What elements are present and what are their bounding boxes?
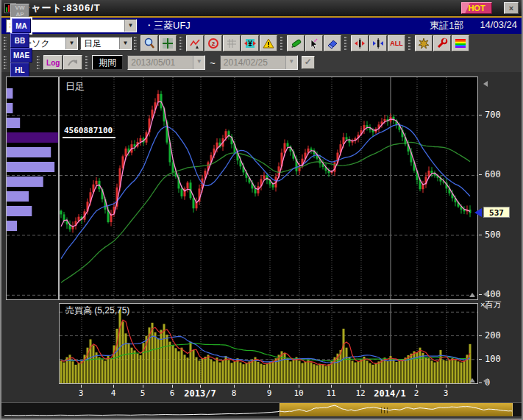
search-icon [143,38,155,49]
range-tilde: ~ [210,57,216,68]
price-chart-pane[interactable]: 日足 4560887100 [59,76,478,300]
x-axis-label: 12 [355,388,365,398]
trendline-button[interactable] [186,35,204,51]
timeframe-value[interactable]: 日足 [81,38,119,49]
x-axis-label: 6 [170,388,175,398]
date-from-combo[interactable]: 2013/05/01 ▼ [127,55,205,70]
quote-bar: 8306 ▼ ・三菱UFJ 東証1部 14/03/24 [1,18,523,34]
date-to-combo[interactable]: 2014/02/25 ▼ [220,55,298,70]
pane-resize-icon[interactable] [469,378,475,382]
cursor-icon [308,38,320,49]
timeline-navigator[interactable] [1,402,523,416]
x-tick-mark [172,385,173,388]
star-tool-button[interactable] [415,35,433,51]
x-tick-mark [299,385,299,388]
x-tick-mark [416,385,417,388]
yen-icon: ¥ [244,38,256,49]
pane-scroll-icon[interactable] [483,304,488,310]
toolbar-grip[interactable] [179,37,182,50]
shrink-bars-button[interactable] [369,35,387,51]
price-tick-mark [479,174,482,175]
toolbar-grip[interactable] [85,56,88,69]
title-bar: チャート:8306/T HOT × [1,0,523,16]
toolbar-grip[interactable] [4,37,7,50]
indicator-button-vwap[interactable]: VWAP [10,4,29,18]
jump-button[interactable] [63,55,82,70]
pane-scroll-icon[interactable] [483,81,488,87]
svg-text:2: 2 [212,40,216,47]
x-axis-label: 2014/1 [374,388,405,399]
indicator-button-mae[interactable]: MAE [10,48,32,63]
chevron-down-icon[interactable]: ▼ [285,56,297,69]
toolbar-grip[interactable] [37,56,40,69]
x-axis-label: 8 [232,388,237,398]
toolbar-main: ローソク ▼ 日足 ▼ 2 ¥ [1,34,523,53]
select-cursor-button[interactable] [305,35,323,51]
volume-pane-label: 売買高 (5,25,75) [65,305,129,317]
chart-window: チャート:8306/T HOT × 8306 ▼ ・三菱UFJ 東証1部 14/… [0,0,523,420]
volume-profile-pane [6,76,59,300]
x-axis-label: 9 [267,388,272,398]
screen-2-button[interactable]: 2 [204,35,222,51]
x-tick-mark [360,385,361,388]
navigator-line-chart [1,403,523,417]
volume-profile-chart [7,77,58,299]
hot-button-label: HOT [468,4,485,13]
timeframe-combo[interactable]: 日足 ▼ [80,37,132,50]
range-checkbox[interactable]: ✓ [302,56,315,69]
zoom-button[interactable] [140,35,158,51]
x-axis-label: 10 [293,388,303,398]
alert-button[interactable] [260,35,277,51]
indicator-button-hl[interactable]: HL [10,63,29,77]
x-axis-label: 11 [326,388,335,398]
draw-pen-button[interactable] [287,35,305,51]
chevron-down-icon[interactable]: ▼ [65,38,77,49]
chevron-down-icon[interactable]: ▼ [193,56,204,69]
x-tick-mark [200,385,201,388]
x-axis: 34562013/7891011122014/123 [59,385,478,401]
expand-bars-button[interactable] [351,35,369,51]
log-label: Log [46,59,60,67]
date-to-value[interactable]: 2014/02/25 [221,56,285,69]
date-from-value[interactable]: 2013/05/01 [128,56,193,69]
close-icon[interactable]: × [504,2,519,14]
price-tick-label: 500 [485,229,501,240]
settings-wrench-button[interactable] [433,35,451,51]
price-tick-mark [479,294,482,295]
toolbar-grip[interactable] [408,37,411,50]
hot-button[interactable]: HOT [461,2,492,14]
grid-button[interactable] [223,35,241,51]
toolbar-grip[interactable] [344,37,347,50]
volume-axis: 2001000 [479,303,523,384]
stock-name: ・三菱UFJ [144,19,191,32]
period-button[interactable]: 期間 [92,55,123,70]
pane-scroll-icon[interactable] [483,291,488,297]
indicator-button-ma[interactable]: MA [12,18,31,33]
date-label: 14/03/24 [480,19,517,32]
log-scale-button[interactable]: Log [43,55,63,70]
x-axis-label: 3 [79,388,84,398]
color-palette-button[interactable] [452,35,469,51]
window-bottom-edge [1,416,523,420]
last-price-badge: 537 [483,207,510,218]
market-label: 東証1部 [430,19,463,32]
volume-chart-pane[interactable]: 売買高 (5,25,75) [59,303,478,384]
x-axis-label: 5 [140,388,146,398]
candlestick-chart[interactable] [60,77,477,299]
indicator-button-bb[interactable]: BB [10,33,29,48]
toolbar-grip[interactable] [280,37,283,50]
yen-scale-button[interactable]: ¥ [241,35,259,51]
eraser-icon [327,38,338,49]
toolbar-grip[interactable] [134,37,137,50]
show-all-button[interactable]: ALL [388,35,405,51]
chevron-down-icon[interactable]: ▼ [124,20,136,32]
timeframe-overlay-label: 日足 [65,80,85,93]
crosshair-button[interactable] [159,35,177,51]
pane-scroll-icon[interactable] [483,378,488,384]
pane-resize-icon[interactable] [469,293,475,297]
chevron-down-icon[interactable]: ▼ [119,38,131,49]
toolbar-grip[interactable] [4,56,7,69]
wrench-icon [436,38,448,49]
eraser-button[interactable] [324,35,341,51]
volume-tick-label: 100 [485,354,501,364]
